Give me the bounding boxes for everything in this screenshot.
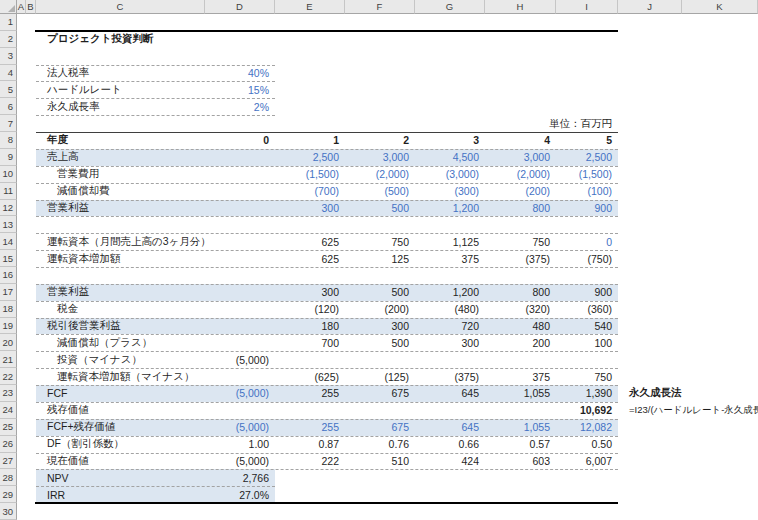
cell-F15[interactable]: 125	[345, 250, 415, 267]
cell-G17[interactable]: 1,200	[415, 284, 485, 301]
cell-H10[interactable]: (2,000)	[485, 166, 556, 183]
cell-G23[interactable]: 645	[415, 385, 485, 402]
cell-H11[interactable]: (200)	[485, 183, 556, 200]
cell-I23[interactable]: 1,390	[556, 385, 618, 402]
cell-H9[interactable]: 3,000	[485, 149, 556, 166]
row-header-25[interactable]: 25	[0, 419, 17, 436]
cell-F18[interactable]: (200)	[345, 301, 415, 318]
col-header-J[interactable]: J	[618, 0, 682, 14]
cell-I20[interactable]: 100	[556, 334, 618, 351]
row-header-21[interactable]: 21	[0, 351, 17, 368]
unit-note[interactable]: 単位：百万円	[556, 115, 618, 132]
cell-E15[interactable]: 625	[275, 250, 345, 267]
row-header-10[interactable]: 10	[0, 166, 17, 183]
label-npv[interactable]: NPV	[36, 469, 205, 486]
cell-D26[interactable]: 1.00	[205, 436, 275, 453]
row-header-15[interactable]: 15	[0, 250, 17, 267]
cell-H18[interactable]: (320)	[485, 301, 556, 318]
col-header-C[interactable]: C	[36, 0, 205, 14]
row-header-14[interactable]: 14	[0, 233, 17, 250]
cell-I9[interactable]: 2,500	[556, 149, 618, 166]
cell-I22[interactable]: 750	[556, 368, 618, 385]
cell-I19[interactable]: 540	[556, 318, 618, 335]
cell-F11[interactable]: (500)	[345, 183, 415, 200]
col-header-B[interactable]: B	[26, 0, 36, 14]
cell-I8[interactable]: 5	[556, 132, 618, 149]
cell-E22[interactable]: (625)	[275, 368, 345, 385]
label-investment[interactable]: 投資（マイナス）	[36, 351, 205, 368]
cell-H8[interactable]: 4	[485, 132, 556, 149]
label-present-value[interactable]: 現在価値	[36, 453, 205, 470]
cell-I27[interactable]: 6,007	[556, 453, 618, 470]
label-depreciation-addback[interactable]: 減価償却（プラス）	[36, 334, 205, 351]
row-header-13[interactable]: 13	[0, 216, 17, 233]
row-header-2[interactable]: 2	[0, 31, 17, 48]
sheet-title[interactable]: プロジェクト投資判断	[36, 31, 205, 48]
label-terminal-value[interactable]: 残存価値	[36, 402, 205, 419]
cell-I14[interactable]: 0	[556, 233, 618, 250]
cell-F10[interactable]: (2,000)	[345, 166, 415, 183]
select-all-corner[interactable]	[0, 0, 17, 14]
cell-H22[interactable]: 375	[485, 368, 556, 385]
label-working-capital[interactable]: 運転資本（月間売上高の3ヶ月分）	[36, 233, 205, 250]
value-terminal-value[interactable]: 10,692	[556, 402, 618, 419]
cell-D21[interactable]: (5,000)	[205, 351, 275, 368]
cell-D8[interactable]: 0	[205, 132, 275, 149]
row-header-26[interactable]: 26	[0, 436, 17, 453]
cell-E18[interactable]: (120)	[275, 301, 345, 318]
label-operating-profit-2[interactable]: 営業利益	[36, 284, 205, 301]
row-header-23[interactable]: 23	[0, 385, 17, 402]
row-header-8[interactable]: 8	[0, 132, 17, 149]
cell-G12[interactable]: 1,200	[415, 200, 485, 217]
terminal-value-method-label[interactable]: 永久成長法	[618, 385, 682, 402]
row-header-4[interactable]: 4	[0, 65, 17, 82]
col-header-F[interactable]: F	[345, 0, 415, 14]
row-header-24[interactable]: 24	[0, 402, 17, 419]
label-irr[interactable]: IRR	[36, 486, 205, 503]
cell-F14[interactable]: 750	[345, 233, 415, 250]
cell-F17[interactable]: 500	[345, 284, 415, 301]
col-header-A[interactable]: A	[17, 0, 26, 14]
cell-I25[interactable]: 12,082	[556, 419, 618, 436]
value-corporate-tax-rate[interactable]: 40%	[205, 65, 275, 82]
label-discount-factor[interactable]: DF（割引係数）	[36, 436, 205, 453]
cell-G14[interactable]: 1,125	[415, 233, 485, 250]
row-header-6[interactable]: 6	[0, 98, 17, 115]
cell-E12[interactable]: 300	[275, 200, 345, 217]
cell-E25[interactable]: 255	[275, 419, 345, 436]
row-header-3[interactable]: 3	[0, 48, 17, 65]
cell-I12[interactable]: 900	[556, 200, 618, 217]
label-sales[interactable]: 売上高	[36, 149, 205, 166]
label-fcf[interactable]: FCF	[36, 385, 205, 402]
value-irr[interactable]: 27.0%	[205, 486, 275, 503]
terminal-value-formula[interactable]: =I23/(ハードルレート-永久成長率)	[618, 402, 682, 419]
cell-D25[interactable]: (5,000)	[205, 419, 275, 436]
row-header-11[interactable]: 11	[0, 183, 17, 200]
row-header-28[interactable]: 28	[0, 469, 17, 486]
label-corporate-tax-rate[interactable]: 法人税率	[36, 65, 205, 82]
row-header-30[interactable]: 30	[0, 503, 17, 520]
label-operating-expenses[interactable]: 営業費用	[36, 166, 205, 183]
cell-I15[interactable]: (750)	[556, 250, 618, 267]
cell-H12[interactable]: 800	[485, 200, 556, 217]
cell-G26[interactable]: 0.66	[415, 436, 485, 453]
row-header-18[interactable]: 18	[0, 301, 17, 318]
cell-E17[interactable]: 300	[275, 284, 345, 301]
cell-H19[interactable]: 480	[485, 318, 556, 335]
cell-H26[interactable]: 0.57	[485, 436, 556, 453]
label-nopat[interactable]: 税引後営業利益	[36, 318, 205, 335]
cell-F26[interactable]: 0.76	[345, 436, 415, 453]
cell-E19[interactable]: 180	[275, 318, 345, 335]
cell-E20[interactable]: 700	[275, 334, 345, 351]
row-header-29[interactable]: 29	[0, 486, 17, 503]
cell-E8[interactable]: 1	[275, 132, 345, 149]
cell-G8[interactable]: 3	[415, 132, 485, 149]
cell-H17[interactable]: 800	[485, 284, 556, 301]
col-header-G[interactable]: G	[415, 0, 485, 14]
cell-G9[interactable]: 4,500	[415, 149, 485, 166]
cell-F8[interactable]: 2	[345, 132, 415, 149]
cell-H20[interactable]: 200	[485, 334, 556, 351]
row-header-5[interactable]: 5	[0, 81, 17, 98]
cell-I11[interactable]: (100)	[556, 183, 618, 200]
label-operating-profit[interactable]: 営業利益	[36, 200, 205, 217]
